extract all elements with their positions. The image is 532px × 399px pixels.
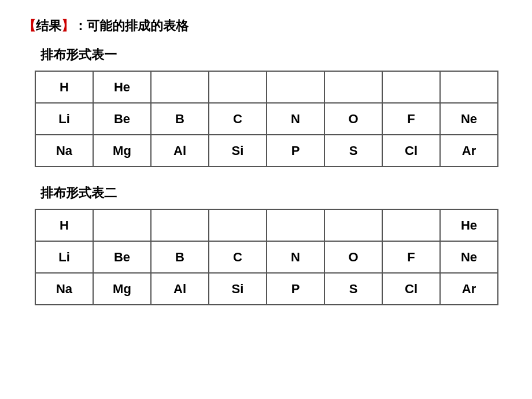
table-cell — [93, 209, 151, 241]
table-cell: Ar — [440, 273, 498, 305]
table-cell: Ne — [440, 241, 498, 273]
table-cell — [151, 209, 209, 241]
table-cell: C — [209, 241, 267, 273]
table-cell: F — [382, 241, 440, 273]
table-cell: F — [382, 103, 440, 135]
table-cell: O — [324, 241, 382, 273]
table-cell: H — [35, 71, 93, 103]
table2-label: 排布形式表二 — [40, 184, 509, 202]
keyword: 结果 — [36, 19, 61, 33]
table-cell — [267, 71, 324, 103]
table-cell — [267, 209, 324, 241]
title-section: 【结果】：可能的排成的表格 — [23, 17, 509, 35]
table-cell: Ne — [440, 103, 498, 135]
table-cell — [382, 71, 440, 103]
table-cell: Na — [35, 273, 93, 305]
table-cell: Li — [35, 241, 93, 273]
table2: HHeLiBeBCNOFNeNaMgAlSiPSClAr — [35, 209, 498, 305]
table-cell: Be — [93, 241, 151, 273]
table-cell: Mg — [93, 135, 151, 167]
table-cell: S — [324, 273, 382, 305]
table-cell: O — [324, 103, 382, 135]
table-cell — [209, 71, 267, 103]
table-cell: N — [267, 103, 324, 135]
table-cell: Li — [35, 103, 93, 135]
table-cell: B — [151, 103, 209, 135]
table-cell — [151, 71, 209, 103]
table-cell — [440, 71, 498, 103]
table-cell: Cl — [382, 135, 440, 167]
title-colon: ： — [74, 19, 87, 33]
table-cell: Cl — [382, 273, 440, 305]
table-cell: Na — [35, 135, 93, 167]
table-cell — [324, 209, 382, 241]
table-cell: He — [93, 71, 151, 103]
table-cell: P — [267, 273, 324, 305]
table-cell — [324, 71, 382, 103]
table-cell: Be — [93, 103, 151, 135]
table-cell: Al — [151, 135, 209, 167]
table-cell: Si — [209, 135, 267, 167]
table-cell: Si — [209, 273, 267, 305]
table-cell: Mg — [93, 273, 151, 305]
table-cell: Al — [151, 273, 209, 305]
table-cell: He — [440, 209, 498, 241]
table1: HHeLiBeBCNOFNeNaMgAlSiPSClAr — [35, 71, 498, 167]
table-cell: S — [324, 135, 382, 167]
table-cell: C — [209, 103, 267, 135]
title-text: 可能的排成的表格 — [87, 19, 189, 33]
table-cell: P — [267, 135, 324, 167]
table-cell: B — [151, 241, 209, 273]
table-cell: H — [35, 209, 93, 241]
table-cell: N — [267, 241, 324, 273]
table1-label: 排布形式表一 — [40, 46, 509, 64]
table-cell — [382, 209, 440, 241]
table-cell: Ar — [440, 135, 498, 167]
bracket-close: 】 — [61, 19, 74, 33]
table-cell — [209, 209, 267, 241]
bracket-open: 【 — [23, 19, 36, 33]
